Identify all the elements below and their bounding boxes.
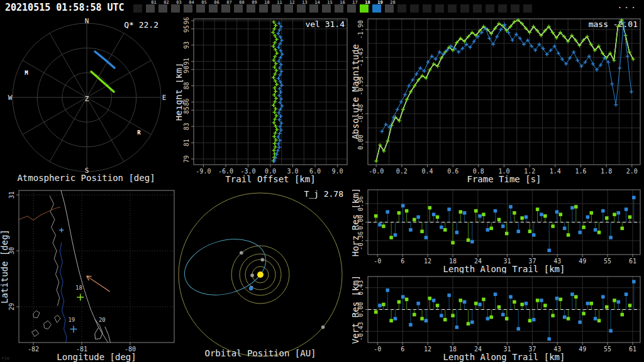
svg-text:96: 96 (183, 17, 190, 25)
frame-thumbnail-blank (523, 4, 532, 13)
frame-number-label: 08 (239, 1, 244, 5)
frame-number-label: 18 (365, 1, 370, 5)
frame-thumbnail-04[interactable]: 04 (184, 4, 192, 13)
svg-text:Horz Res [km]: Horz Res [km] (352, 188, 360, 257)
frame-number-label: 06 (214, 1, 219, 5)
frame-thumbnail-13[interactable]: 13 (297, 4, 306, 13)
svg-text:Frame Time [s]: Frame Time [s] (467, 174, 541, 184)
frame-number-label: 04 (189, 1, 194, 5)
svg-text:Vert Res [km]: Vert Res [km] (352, 275, 360, 344)
frame-thumbnail-blank (133, 4, 142, 13)
frame-number-label: 07 (226, 1, 231, 5)
frame-thumbnail-18[interactable]: 18 (360, 4, 369, 13)
svg-text:0.4: 0.4 (421, 168, 433, 175)
svg-text:R: R (137, 129, 141, 136)
frame-number-label: 01 (151, 1, 156, 5)
frame-number-label: 15 (327, 1, 332, 5)
svg-text:-1.90: -1.90 (357, 20, 364, 39)
svg-text:1.4: 1.4 (550, 168, 561, 175)
svg-text:T_j 2.78: T_j 2.78 (304, 189, 343, 199)
svg-text:0.6: 0.6 (447, 168, 458, 175)
frame-thumbnail-01[interactable]: 01 (146, 4, 155, 13)
svg-text:vel 31.4: vel 31.4 (305, 19, 345, 29)
svg-text:31: 31 (8, 191, 15, 199)
frame-number-label: 20 (390, 1, 395, 5)
overflow-menu-button[interactable]: ... (618, 0, 644, 15)
frame-thumbnail-10[interactable]: 10 (259, 4, 268, 13)
svg-text:Height [km]: Height [km] (176, 63, 184, 121)
frame-thumbnail-blank (397, 4, 406, 13)
frame-thumbnail-11[interactable]: 11 (272, 4, 280, 13)
frame-thumbnail-05[interactable]: 05 (196, 4, 205, 13)
svg-text:49: 49 (579, 346, 586, 353)
svg-text:49: 49 (579, 258, 586, 265)
frame-thumbnail-12[interactable]: 12 (284, 4, 293, 13)
trail-offset-chart: -9.0-6.0-3.00.03.06.09.09695939190888685… (176, 15, 352, 185)
frame-strip: 0102030405060708091011121314151617181920 (133, 0, 536, 15)
frame-number-label: 11 (277, 1, 282, 5)
meteor-analysis-app: 20210515 01:58:58 UTC 010203040506070809… (0, 0, 644, 362)
svg-text:19: 19 (68, 317, 75, 323)
ground-track-map: -82-81-80313029Longitude [deg]Latitude [… (0, 185, 176, 362)
svg-text:93: 93 (183, 41, 190, 49)
frame-thumbnail-09[interactable]: 09 (247, 4, 255, 13)
frame-number-label: 09 (252, 1, 257, 5)
frame-thumbnail-blank (448, 4, 457, 13)
svg-text:N: N (85, 17, 89, 25)
frame-thumbnail-03[interactable]: 03 (171, 4, 180, 13)
frame-thumbnail-blank (498, 4, 507, 13)
svg-text:20: 20 (99, 317, 106, 323)
svg-text:-82: -82 (28, 346, 39, 353)
svg-text:mass -2.01: mass -2.01 (589, 19, 638, 29)
frame-thumbnail-19[interactable]: 19 (372, 4, 381, 13)
svg-text:Absolute Magnitude: Absolute Magnitude (352, 44, 360, 140)
frame-thumbnail-06[interactable]: 06 (209, 4, 218, 13)
svg-text:Z: Z (85, 95, 89, 103)
frame-thumbnail-15[interactable]: 15 (322, 4, 331, 13)
svg-text:86: 86 (183, 98, 190, 106)
frame-thumbnail-02[interactable]: 02 (158, 4, 167, 13)
svg-text:0.2: 0.2 (396, 168, 408, 175)
svg-text:-9.0: -9.0 (196, 168, 211, 175)
svg-text:95: 95 (183, 25, 190, 33)
atmospheric-position-chart: NESWZMRAtmospheric Position [deg]Q* 22.2 (0, 15, 176, 185)
frame-number-label: 13 (302, 1, 307, 5)
svg-text:2.0: 2.0 (626, 168, 638, 175)
svg-text:Trail Offset [km]: Trail Offset [km] (225, 174, 315, 184)
absolute-magnitude-chart: -0.00.20.40.60.81.01.21.41.61.82.0-1.90-… (352, 15, 644, 185)
svg-text:55: 55 (604, 258, 611, 265)
svg-text:90: 90 (183, 66, 190, 74)
frame-thumbnail-blank (423, 4, 431, 13)
svg-text:Q* 22.2: Q* 22.2 (124, 20, 158, 30)
orbital-position-chart: Orbital Position [AU]T_j 2.78 (176, 185, 352, 362)
svg-text:-0: -0 (374, 346, 381, 353)
frame-thumbnail-08[interactable]: 08 (234, 4, 243, 13)
frame-thumbnail-blank (511, 4, 519, 13)
svg-text:79: 79 (183, 155, 190, 163)
frame-thumbnail-blank (486, 4, 494, 13)
svg-text:18: 18 (75, 285, 82, 291)
frame-number-label: 03 (176, 1, 181, 5)
svg-text:83: 83 (183, 123, 190, 130)
frame-thumbnail-20[interactable]: 20 (385, 4, 394, 13)
frame-thumbnail-14[interactable]: 14 (309, 4, 318, 13)
svg-text:W: W (8, 94, 13, 102)
svg-text:Length Along Trail [km]: Length Along Trail [km] (443, 352, 565, 362)
svg-text:M: M (25, 70, 28, 76)
frame-thumbnail-blank (410, 4, 419, 13)
frame-number-label: 19 (377, 1, 382, 5)
timestamp: 20210515 01:58:58 UTC (0, 0, 125, 15)
svg-text:Longitude [deg]: Longitude [deg] (57, 352, 136, 362)
svg-text:1.6: 1.6 (575, 168, 586, 175)
svg-text:6: 6 (401, 346, 404, 353)
frame-thumbnail-07[interactable]: 07 (221, 4, 230, 13)
svg-text:91: 91 (183, 58, 190, 65)
frame-number-label: 12 (289, 1, 294, 5)
frame-thumbnail-blank (473, 4, 482, 13)
frame-thumbnail-17[interactable]: 17 (347, 4, 356, 13)
frame-thumbnail-blank (460, 4, 469, 13)
svg-text:12: 12 (424, 258, 431, 265)
svg-text:-0: -0 (374, 258, 381, 265)
frame-thumbnail-16[interactable]: 16 (335, 4, 343, 13)
svg-text:Orbital Position [AU]: Orbital Position [AU] (204, 348, 316, 358)
